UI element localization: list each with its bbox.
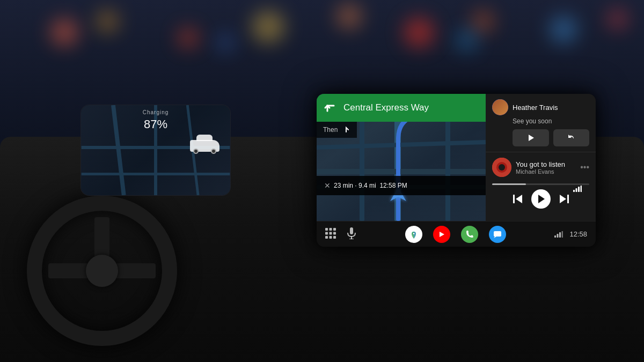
svg-marker-22: [516, 195, 522, 203]
bottom-app-icons: [405, 226, 506, 243]
eta-info: 23 min · 9.4 mi 12:58 PM: [334, 182, 407, 189]
maps-section: Central Express Way Then ✕ 23 min · 9.4 …: [317, 94, 486, 221]
nav-then: Then: [317, 122, 357, 138]
turn-left-icon: [323, 100, 338, 115]
nav-footer: ✕ 23 min · 9.4 mi 12:58 PM: [317, 176, 486, 195]
messages-app-button[interactable]: [489, 226, 506, 243]
svg-rect-45: [559, 232, 561, 238]
status-time: 12:58: [569, 230, 587, 238]
car-icon: [190, 140, 219, 152]
svg-rect-31: [333, 232, 336, 234]
bottom-left-controls: [325, 227, 356, 241]
sender-name: Heather Travis: [513, 104, 558, 112]
bottom-bar: 12:58: [317, 221, 596, 247]
svg-rect-21: [513, 195, 515, 203]
music-header: You got to listen Michael Evans •••: [492, 158, 589, 177]
voice-mic-button[interactable]: [347, 227, 356, 241]
reply-message-button[interactable]: [553, 129, 590, 146]
music-info: You got to listen Michael Evans: [516, 160, 576, 175]
album-art: [492, 158, 511, 177]
svg-rect-28: [333, 228, 336, 231]
music-progress-bar[interactable]: [492, 183, 589, 185]
instrument-cluster: Charging 87%: [80, 105, 231, 196]
music-progress-fill: [492, 183, 526, 185]
svg-rect-46: [562, 231, 564, 238]
right-panels: Heather Travis See you soon: [486, 94, 596, 221]
message-header: Heather Travis: [492, 99, 589, 115]
maps-app-button[interactable]: [405, 226, 422, 243]
youtube-app-button[interactable]: [433, 226, 450, 243]
artist-name: Michael Evans: [516, 168, 576, 175]
svg-marker-42: [494, 237, 496, 238]
svg-rect-32: [325, 236, 328, 239]
svg-point-39: [413, 233, 414, 234]
prev-track-button[interactable]: [513, 195, 523, 203]
nav-header: Central Express Way: [317, 94, 486, 122]
svg-rect-26: [325, 228, 328, 231]
street-name: Central Express Way: [343, 102, 479, 113]
svg-rect-29: [325, 232, 328, 234]
svg-rect-24: [567, 195, 569, 203]
signal-icon: [573, 186, 582, 193]
steering-wheel: [27, 196, 177, 346]
bottom-right-status: 12:58: [554, 230, 587, 238]
svg-line-10: [317, 142, 486, 147]
message-text: See you soon: [513, 117, 589, 125]
svg-rect-41: [494, 231, 501, 237]
svg-marker-23: [538, 195, 545, 203]
message-actions: [513, 129, 589, 146]
infotainment-screen: Central Express Way Then ✕ 23 min · 9.4 …: [317, 94, 596, 247]
more-options-icon[interactable]: •••: [580, 162, 589, 172]
svg-rect-19: [578, 187, 580, 192]
svg-rect-17: [573, 190, 575, 192]
svg-marker-13: [529, 135, 534, 141]
svg-marker-40: [440, 232, 444, 237]
close-nav-icon[interactable]: ✕: [324, 181, 331, 190]
svg-rect-30: [330, 232, 332, 234]
next-track-button[interactable]: [559, 195, 569, 203]
svg-marker-25: [560, 195, 566, 203]
music-card: You got to listen Michael Evans •••: [486, 152, 596, 221]
track-title: You got to listen: [516, 160, 576, 168]
svg-rect-6: [317, 169, 486, 174]
svg-rect-43: [554, 235, 556, 238]
phone-app-button[interactable]: [461, 226, 478, 243]
svg-rect-35: [350, 227, 353, 234]
play-pause-button[interactable]: [531, 189, 551, 209]
contact-avatar: [492, 99, 508, 115]
bokeh-lights: [0, 0, 644, 107]
message-card: Heather Travis See you soon: [486, 94, 596, 152]
svg-point-16: [499, 164, 505, 171]
svg-rect-34: [333, 236, 336, 239]
svg-rect-20: [581, 186, 582, 192]
charging-label: Charging: [81, 109, 230, 115]
svg-rect-18: [576, 188, 577, 192]
battery-percent: 87%: [81, 117, 230, 131]
then-label: Then: [323, 126, 338, 134]
apps-grid-button[interactable]: [325, 228, 336, 241]
svg-rect-27: [330, 228, 332, 231]
svg-rect-44: [557, 234, 559, 238]
svg-rect-33: [330, 236, 332, 239]
play-message-button[interactable]: [513, 129, 549, 146]
